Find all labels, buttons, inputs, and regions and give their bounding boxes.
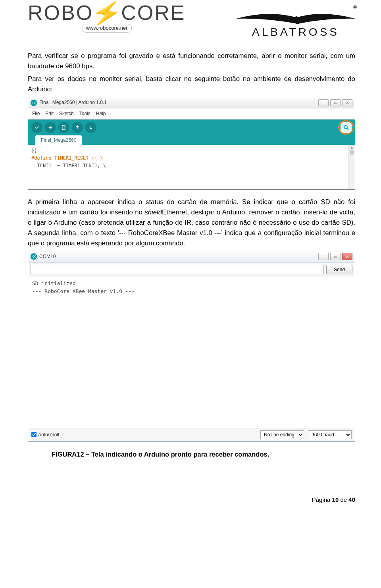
baud-select[interactable]: 9600 baud: [308, 430, 352, 439]
arduino-icon: [31, 253, 37, 260]
ide-menubar: File Edit Sketch Tools Help: [28, 108, 355, 120]
serial-status-row: Autoscroll No line ending 9600 baud: [28, 428, 355, 441]
save-button[interactable]: [85, 122, 96, 133]
logo-albatross: ® ALBATROSS: [236, 4, 355, 40]
autoscroll-checkbox-label[interactable]: Autoscroll: [31, 431, 59, 439]
serial-titlebar: COM10 — ▭ ✕: [28, 251, 355, 262]
menu-help[interactable]: Help: [96, 110, 106, 118]
arduino-ide-window: Final_Mega2560 | Arduino 1.0.1 — ▭ ✕ Fil…: [28, 97, 355, 190]
code-editor[interactable]: }) #define TIMER1_RESET ({ \ TCNT1 = TIM…: [28, 145, 355, 189]
menu-sketch[interactable]: Sketch: [59, 110, 74, 118]
registered-icon: ®: [353, 4, 357, 12]
robocore-text-right: CORE: [121, 2, 185, 23]
code-line: }): [31, 147, 352, 155]
footer-prefix: Página: [312, 496, 332, 503]
close-button[interactable]: ✕: [342, 253, 352, 260]
serial-line: SD initialized: [32, 280, 351, 287]
svg-point-1: [344, 125, 347, 129]
code-line: #define TIMER1_RESET ({ \: [31, 154, 352, 162]
page-header: ROBO ⚡ CORE www.robocore.net ® ALBATROSS: [28, 0, 355, 40]
lightning-icon: ⚡: [90, 0, 124, 27]
figure-caption: FIGURA12 – Tela indicando o Arduino pron…: [52, 449, 355, 460]
logo-robocore: ROBO ⚡ CORE www.robocore.net: [28, 1, 185, 33]
serial-window-title: COM10: [39, 253, 318, 260]
minimize-button[interactable]: —: [318, 253, 329, 260]
sketch-tab[interactable]: Final_Mega2560: [35, 135, 82, 145]
robocore-text-left: ROBO: [28, 2, 93, 23]
autoscroll-text: Autoscroll: [38, 431, 59, 439]
maximize-button[interactable]: ▭: [330, 99, 341, 106]
paragraph-1: Para verificar se o programa foi gravado…: [28, 51, 355, 71]
menu-edit[interactable]: Edit: [45, 110, 54, 118]
arduino-icon: [31, 100, 37, 106]
vertical-scrollbar[interactable]: ▲: [348, 145, 355, 189]
serial-monitor-button[interactable]: [341, 122, 352, 133]
albatross-text: ALBATROSS: [252, 23, 339, 40]
send-button[interactable]: Send: [326, 265, 352, 274]
autoscroll-checkbox[interactable]: [31, 432, 37, 437]
close-button[interactable]: ✕: [342, 99, 352, 106]
serial-output[interactable]: SD initialized --- RoboCore XBee Master …: [28, 277, 355, 428]
ide-window-title: Final_Mega2560 | Arduino 1.0.1: [39, 99, 318, 106]
ide-tabbar: Final_Mega2560: [28, 135, 355, 145]
paragraph-3: A primeira linha a aparecer indica o sta…: [28, 197, 355, 249]
ide-toolbar: [28, 120, 355, 135]
paragraph-2: Para ver os dados no monitor serial, bas…: [28, 74, 355, 94]
upload-button[interactable]: [45, 122, 56, 133]
code-line: TCNT1 = TIMER1 TCNT1; \: [31, 162, 352, 170]
minimize-button[interactable]: —: [318, 99, 329, 106]
open-button[interactable]: [72, 122, 83, 133]
serial-line: --- RoboCore XBee Master v1.0 ---: [32, 287, 351, 295]
ide-titlebar: Final_Mega2560 | Arduino 1.0.1 — ▭ ✕: [28, 97, 355, 108]
scroll-up-icon[interactable]: ▲: [349, 145, 355, 150]
page-number: 10: [332, 496, 339, 503]
albatross-bird-icon: [236, 12, 355, 25]
menu-tools[interactable]: Tools: [79, 110, 90, 118]
serial-send-row: Send: [28, 262, 355, 277]
maximize-button[interactable]: ▭: [330, 253, 341, 260]
total-pages: 40: [348, 496, 355, 503]
svg-rect-0: [62, 125, 65, 129]
serial-monitor-window: COM10 — ▭ ✕ Send SD initialized --- Robo…: [28, 251, 355, 441]
page-footer: Página 10 de 40: [28, 495, 355, 504]
serial-input[interactable]: [31, 265, 324, 274]
line-ending-select[interactable]: No line ending: [260, 430, 304, 439]
verify-button[interactable]: [31, 122, 42, 133]
scroll-thumb[interactable]: [350, 150, 354, 154]
footer-of: de: [339, 496, 348, 503]
new-button[interactable]: [58, 122, 69, 133]
menu-file[interactable]: File: [32, 110, 40, 118]
p3-italic: shield: [144, 208, 162, 216]
